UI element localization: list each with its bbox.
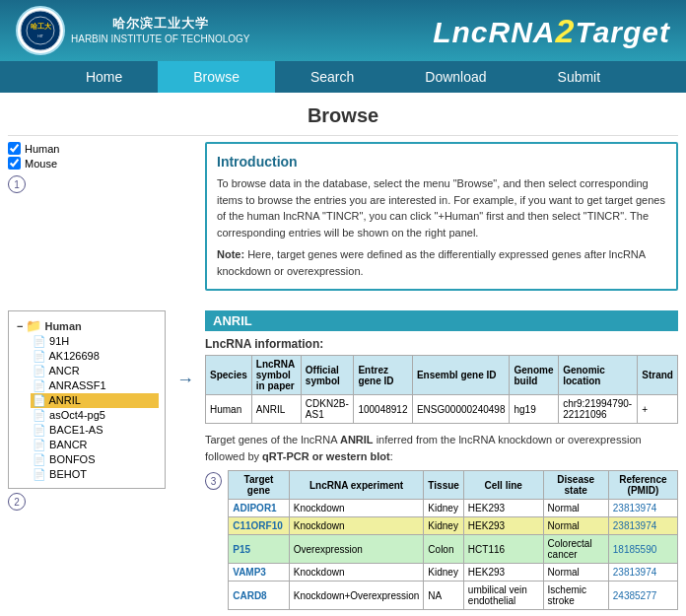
tree-item-bace1[interactable]: 📄 BACE1-AS — [31, 423, 159, 438]
lncrna-info-label: LncRNA information: — [205, 337, 678, 351]
file-icon-bancr: 📄 — [33, 439, 46, 450]
td-official: CDKN2B-AS1 — [301, 395, 354, 424]
th-species: Species — [206, 356, 252, 395]
td-pmid-3[interactable]: 23813974 — [608, 564, 677, 582]
td-ensembl: ENSG00000240498 — [412, 395, 510, 424]
th-pmid: Reference (PMID) — [608, 471, 677, 500]
navigation: Home Browse Search Download Submit — [0, 61, 686, 93]
species-checkboxes: Human Mouse — [8, 142, 166, 170]
th-entrez: Entrez gene ID — [354, 356, 413, 395]
header: 哈工大 HIT 哈尔滨工业大学 HARBIN INSTITUTE OF TECH… — [0, 0, 686, 61]
td-cell-3: HEK293 — [463, 564, 543, 582]
th-disease: Disease state — [543, 471, 608, 500]
td-pmid-4[interactable]: 24385277 — [608, 582, 677, 610]
page-title: Browse — [8, 93, 678, 136]
td-build: hg19 — [510, 395, 559, 424]
lncrna-info-table: Species LncRNA symbol in paper Official … — [205, 355, 678, 424]
td-cell-0: HEK293 — [463, 500, 543, 517]
td-disease-4: Ischemic stroke — [543, 582, 608, 610]
file-icon-bace1: 📄 — [33, 424, 46, 436]
td-disease-3: Normal — [543, 564, 608, 582]
td-tissue-2: Colon — [424, 535, 464, 564]
intro-box: Introduction To browse data in the datab… — [205, 142, 678, 291]
th-official: Official symbol — [301, 356, 354, 395]
pmid-link-4[interactable]: 24385277 — [613, 590, 657, 601]
td-pmid-0[interactable]: 23813974 — [608, 500, 677, 517]
th-ensembl: Ensembl gene ID — [412, 356, 510, 395]
th-strand: Strand — [638, 356, 678, 395]
human-checkbox-label[interactable]: Human — [8, 142, 166, 155]
nav-home[interactable]: Home — [50, 61, 158, 93]
minus-icon: − — [17, 320, 23, 332]
tree-item-bonfos[interactable]: 📄 BONFOS — [31, 452, 159, 467]
td-disease-1: Normal — [543, 517, 608, 535]
td-cell-2: HCT116 — [463, 535, 543, 564]
nav-search[interactable]: Search — [275, 61, 389, 93]
svg-text:HIT: HIT — [37, 34, 44, 38]
pmid-link-0[interactable]: 23813974 — [613, 503, 657, 513]
td-location: chr9:21994790-22121096 — [559, 395, 638, 424]
td-experiment-3: Knockdown — [289, 564, 424, 582]
site-title: LncRNA2Target — [433, 12, 670, 50]
th-location: Genomic location — [559, 356, 638, 395]
university-name: 哈尔滨工业大学 HARBIN INSTITUTE OF TECHNOLOGY — [71, 16, 250, 45]
tree-human-folder[interactable]: − 📁 Human — [15, 317, 159, 334]
file-icon-bonfos: 📄 — [33, 453, 46, 465]
lncrna-info-row: Human ANRIL CDKN2B-AS1 100048912 ENSG000… — [206, 395, 678, 424]
tree-item-ancr[interactable]: 📄 ANCR — [31, 364, 159, 378]
human-checkbox[interactable] — [8, 142, 21, 155]
td-tissue-3: Kidney — [424, 564, 464, 582]
td-target-gene-2: P15 — [229, 535, 290, 564]
td-target-gene-3: VAMP3 — [229, 564, 290, 582]
intro-note: Note: Here, target genes were defined as… — [217, 246, 666, 279]
tree-item-bancr[interactable]: 📄 BANCR — [31, 438, 159, 452]
td-entrez: 100048912 — [354, 395, 413, 424]
step2-badge: 2 — [8, 493, 26, 511]
step1-badge: 1 — [8, 175, 26, 193]
td-tissue-4: NA — [424, 582, 464, 610]
step3-badge: 3 — [205, 472, 222, 490]
td-species: Human — [206, 395, 252, 424]
tree-human-label: Human — [44, 320, 81, 332]
tree-item-ak126698[interactable]: 📄 AK126698 — [31, 349, 159, 364]
nav-browse[interactable]: Browse — [158, 61, 275, 93]
university-logo: 哈工大 HIT — [16, 6, 65, 55]
mouse-checkbox[interactable] — [8, 157, 21, 170]
file-icon-ak126698: 📄 — [33, 350, 46, 362]
td-disease-0: Normal — [543, 500, 608, 517]
td-target-gene-4: CARD8 — [229, 582, 290, 610]
td-target-gene-0: ADIPOR1 — [229, 500, 290, 517]
th-symbol-paper: LncRNA symbol in paper — [251, 356, 301, 395]
svg-text:哈工大: 哈工大 — [31, 22, 52, 30]
pmid-link-1[interactable]: 23813974 — [613, 520, 657, 531]
td-strand: + — [638, 395, 678, 424]
td-experiment-0: Knockdown — [289, 500, 424, 517]
lncrna-detail-panel: ANRIL LncRNA information: Species LncRNA… — [205, 310, 678, 610]
pmid-link-2[interactable]: 18185590 — [613, 544, 657, 555]
td-cell-1: HEK293 — [463, 517, 543, 535]
td-cell-4: umbilical vein endothelial — [463, 582, 543, 610]
pmid-link-3[interactable]: 23813974 — [613, 567, 657, 578]
td-experiment-1: Knockdown — [289, 517, 424, 535]
intro-body: To browse data in the database, select t… — [217, 175, 666, 240]
tree-item-91h[interactable]: 📄 91H — [31, 334, 159, 349]
th-target-gene: Target gene — [229, 471, 290, 500]
gene-tree: − 📁 Human 📄 91H 📄 AK126698 📄 ANCR — [8, 310, 166, 489]
folder-icon: 📁 — [26, 318, 41, 333]
nav-download[interactable]: Download — [389, 61, 521, 93]
th-build: Genome build — [510, 356, 559, 395]
nav-submit[interactable]: Submit — [522, 61, 637, 93]
mouse-checkbox-label[interactable]: Mouse — [8, 157, 166, 170]
th-cell-line: Cell line — [463, 471, 543, 500]
td-pmid-2[interactable]: 18185590 — [608, 535, 677, 564]
th-lncrna-exp: LncRNA experiment — [289, 471, 424, 500]
tree-item-anrassf1[interactable]: 📄 ANRASSF1 — [31, 378, 159, 393]
td-experiment-4: Knockdown+Overexpression — [289, 582, 424, 610]
tree-item-behot[interactable]: 📄 BEHOT — [31, 467, 159, 482]
td-pmid-1[interactable]: 23813974 — [608, 517, 677, 535]
td-symbol-paper: ANRIL — [251, 395, 301, 424]
tree-item-anril[interactable]: 📄 ANRIL — [31, 393, 159, 408]
tree-item-asoct4[interactable]: 📄 asOct4-pg5 — [31, 408, 159, 423]
gene-header: ANRIL — [205, 310, 678, 331]
intro-heading: Introduction — [217, 154, 666, 170]
